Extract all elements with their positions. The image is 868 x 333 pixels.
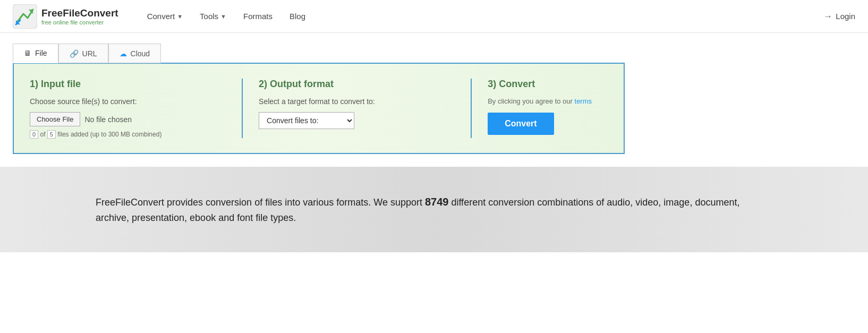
input-file-title: 1) Input file (30, 79, 226, 90)
convert-section-title: 3) Convert (488, 79, 592, 90)
file-count-row: 0 of 5 files added (up to 300 MB combine… (30, 131, 226, 138)
nav-convert[interactable]: Convert ▼ (140, 7, 190, 25)
bottom-section: FreeFileConvert provides conversion of f… (0, 167, 868, 252)
output-format-title: 2) Output format (259, 79, 455, 90)
logo-text: FreeFileConvert free online file convert… (41, 7, 118, 25)
choose-file-button[interactable]: Choose File (30, 112, 80, 126)
main-nav: Convert ▼ Tools ▼ Formats Blog (140, 7, 824, 25)
bottom-text-prefix: FreeFileConvert provides conversion of f… (96, 197, 425, 208)
tab-cloud[interactable]: ☁ Cloud (108, 44, 161, 63)
logo-tagline: free online file converter (41, 19, 118, 25)
header: FreeFileConvert free online file convert… (0, 0, 868, 33)
convert-section: 3) Convert By clicking you agree to our … (471, 79, 608, 138)
logo[interactable]: FreeFileConvert free online file convert… (13, 4, 118, 29)
max-file-count: 5 (47, 130, 56, 139)
link-icon: 🔗 (70, 49, 79, 58)
format-select[interactable]: Convert files to: (259, 112, 354, 129)
tab-file[interactable]: 🖥 File (13, 44, 58, 63)
terms-text: By clicking you agree to our terms (488, 97, 592, 105)
login-icon: → (823, 11, 832, 22)
output-format-section: 2) Output format Select a target format … (242, 79, 471, 138)
tools-arrow-icon: ▼ (220, 13, 226, 20)
login-button[interactable]: → Login (823, 11, 855, 22)
main-content: 🖥 File 🔗 URL ☁ Cloud 1) Input file Choos… (0, 33, 637, 154)
output-format-desc: Select a target format to convert to: (259, 97, 455, 106)
input-file-section: 1) Input file Choose source file(s) to c… (30, 79, 242, 138)
terms-link[interactable]: terms (575, 97, 592, 105)
cloud-icon: ☁ (120, 49, 127, 58)
convert-arrow-icon: ▼ (177, 13, 183, 20)
nav-blog[interactable]: Blog (282, 7, 313, 25)
tab-bar: 🖥 File 🔗 URL ☁ Cloud (13, 44, 625, 63)
convert-button[interactable]: Convert (488, 113, 554, 135)
logo-name: FreeFileConvert (41, 7, 118, 19)
file-input-row: Choose File No file chosen (30, 112, 226, 126)
current-file-count: 0 (30, 130, 38, 139)
monitor-icon: 🖥 (24, 49, 31, 57)
bottom-description: FreeFileConvert provides conversion of f… (96, 193, 772, 226)
converter-box: 1) Input file Choose source file(s) to c… (13, 63, 625, 154)
logo-icon (13, 4, 37, 29)
nav-tools[interactable]: Tools ▼ (192, 7, 234, 25)
tab-url[interactable]: 🔗 URL (58, 44, 108, 63)
input-file-desc: Choose source file(s) to convert: (30, 97, 226, 106)
conversion-count: 8749 (425, 196, 449, 208)
no-file-label: No file chosen (84, 115, 132, 124)
nav-formats[interactable]: Formats (236, 7, 280, 25)
